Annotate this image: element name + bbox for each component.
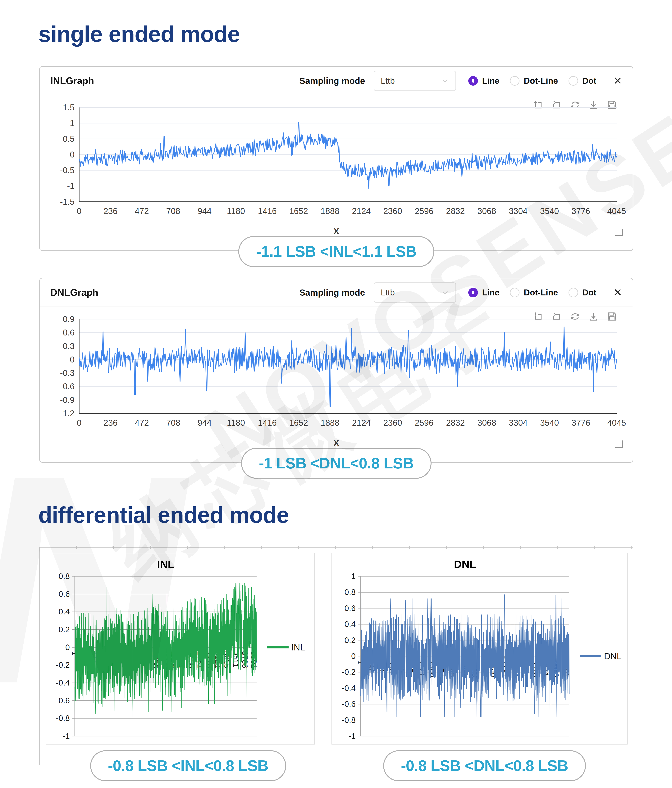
diff-inl-chart-panel: INL0.80.60.40.20-0.2-0.4-0.6-0.8-1119639… (46, 553, 315, 745)
close-icon[interactable]: ✕ (613, 75, 622, 86)
svg-text:INL: INL (291, 642, 305, 652)
panel-title: DNLGraph (51, 287, 98, 298)
sampling-mode-select[interactable]: Lttb (374, 283, 456, 303)
radio-dot-line[interactable]: Dot-Line (510, 76, 558, 86)
diff-inl-chart-canvas: INL0.80.60.40.20-0.2-0.4-0.6-0.8-1119639… (46, 553, 314, 744)
svg-text:0.2: 0.2 (345, 636, 356, 645)
panel-title: INLGraph (51, 75, 94, 86)
svg-text:3776: 3776 (572, 207, 590, 216)
svg-text:-0.6: -0.6 (60, 382, 75, 391)
chevron-down-icon (441, 77, 449, 85)
svg-text:0.6: 0.6 (63, 328, 75, 337)
svg-text:2360: 2360 (383, 418, 402, 427)
svg-text:708: 708 (166, 207, 180, 216)
svg-text:3068: 3068 (478, 418, 496, 427)
svg-text:1180: 1180 (227, 418, 245, 427)
sampling-mode-select[interactable]: Lttb (374, 71, 456, 91)
svg-text:2832: 2832 (446, 207, 465, 216)
svg-text:-0.6: -0.6 (56, 696, 70, 705)
radio-line-button[interactable] (468, 288, 478, 297)
svg-text:1.5: 1.5 (63, 104, 75, 112)
chevron-down-icon (441, 289, 449, 296)
resize-handle[interactable] (615, 229, 623, 236)
svg-text:-0.8: -0.8 (342, 716, 356, 724)
radio-line[interactable]: Line (468, 76, 499, 86)
svg-text:0.9: 0.9 (63, 316, 75, 324)
svg-text:2124: 2124 (352, 418, 371, 427)
inl-chart-canvas[interactable]: 1.510.50-0.5-1-1.50236472708944118014161… (46, 104, 626, 227)
svg-text:-0.9: -0.9 (60, 395, 75, 405)
svg-text:3304: 3304 (509, 207, 527, 216)
plot-style-radio-group: Line Dot-Line Dot (468, 288, 596, 297)
sampling-mode-label: Sampling mode (299, 288, 365, 298)
diff-dnl-spec-callout: -0.8 LSB <DNL<0.8 LSB (383, 750, 586, 781)
svg-text:0.8: 0.8 (345, 588, 356, 597)
svg-text:1180: 1180 (227, 207, 245, 216)
svg-text:-1.5: -1.5 (60, 197, 75, 207)
svg-text:-0.6: -0.6 (342, 699, 356, 709)
resize-handle[interactable] (615, 440, 623, 448)
svg-text:-1: -1 (349, 731, 356, 740)
x-axis-title: X (40, 226, 633, 237)
svg-text:2832: 2832 (446, 418, 465, 427)
svg-text:-1: -1 (63, 731, 70, 740)
svg-text:944: 944 (197, 207, 211, 216)
svg-text:1416: 1416 (258, 418, 277, 427)
radio-dot-button[interactable] (569, 76, 578, 86)
radio-line-button[interactable] (468, 76, 478, 86)
svg-text:0.8: 0.8 (59, 572, 70, 581)
svg-text:-0.4: -0.4 (56, 678, 70, 687)
svg-text:0: 0 (70, 355, 75, 364)
radio-line[interactable]: Line (468, 288, 499, 297)
svg-text:0.6: 0.6 (59, 589, 70, 599)
radio-line-label: Line (482, 76, 499, 86)
sampling-mode-value: Lttb (381, 76, 395, 86)
svg-text:0: 0 (65, 643, 70, 652)
differential-results-box: INL0.80.60.40.20-0.2-0.4-0.6-0.8-1119639… (39, 547, 633, 766)
x-axis-title: X (40, 438, 633, 448)
svg-text:0: 0 (77, 207, 81, 216)
svg-text:3901: 3901 (250, 651, 258, 668)
svg-text:0.4: 0.4 (59, 607, 70, 616)
radio-dot-line-button[interactable] (510, 288, 519, 297)
svg-text:3540: 3540 (540, 418, 559, 427)
radio-dot-line-label: Dot-Line (524, 288, 558, 297)
svg-text:472: 472 (135, 207, 149, 216)
svg-text:4045: 4045 (607, 418, 626, 427)
radio-dot[interactable]: Dot (569, 288, 596, 297)
svg-text:0.4: 0.4 (345, 620, 356, 629)
svg-text:0: 0 (351, 651, 356, 661)
radio-dot-button[interactable] (569, 288, 578, 297)
diff-dnl-chart-panel: DNL10.80.60.40.20-0.2-0.4-0.6-0.8-111963… (332, 553, 628, 745)
svg-text:0.3: 0.3 (63, 342, 75, 351)
svg-text:0.6: 0.6 (345, 604, 356, 613)
inl-graph-panel: INLGraph Sampling mode Lttb Line Dot-Lin… (39, 66, 633, 251)
svg-text:0.2: 0.2 (59, 625, 70, 634)
diff-dnl-chart-canvas: DNL10.80.60.40.20-0.2-0.4-0.6-0.8-111963… (332, 553, 627, 744)
dnl-chart[interactable]: 0.90.60.30-0.3-0.6-0.9-1.202364727089441… (46, 316, 626, 439)
svg-text:472: 472 (135, 418, 149, 427)
svg-text:944: 944 (197, 418, 211, 427)
radio-line-label: Line (482, 288, 499, 297)
svg-text:-0.4: -0.4 (342, 683, 356, 693)
svg-text:1888: 1888 (321, 207, 339, 216)
svg-text:3540: 3540 (540, 207, 559, 216)
svg-text:2124: 2124 (352, 207, 371, 216)
svg-text:1652: 1652 (289, 418, 308, 427)
inl-chart[interactable]: 1.510.50-0.5-1-1.50236472708944118014161… (46, 104, 626, 227)
radio-dot-line-button[interactable] (510, 76, 519, 86)
inl-spec-callout: -1.1 LSB <INL<1.1 LSB (238, 236, 434, 267)
svg-text:1888: 1888 (321, 418, 339, 427)
svg-text:2596: 2596 (415, 207, 434, 216)
svg-text:-0.2: -0.2 (342, 667, 356, 677)
svg-text:INL: INL (157, 558, 174, 570)
svg-text:4045: 4045 (607, 207, 626, 216)
svg-text:3304: 3304 (509, 418, 527, 427)
close-icon[interactable]: ✕ (613, 287, 622, 298)
dnl-chart-canvas[interactable]: 0.90.60.30-0.3-0.6-0.9-1.202364727089441… (46, 316, 626, 438)
radio-dot[interactable]: Dot (569, 76, 596, 86)
svg-text:-1: -1 (67, 181, 75, 191)
section-title-single-ended: single ended mode (38, 21, 240, 47)
dnl-panel-header: DNLGraph Sampling mode Lttb Line Dot-Lin… (40, 278, 633, 307)
radio-dot-line[interactable]: Dot-Line (510, 288, 558, 297)
